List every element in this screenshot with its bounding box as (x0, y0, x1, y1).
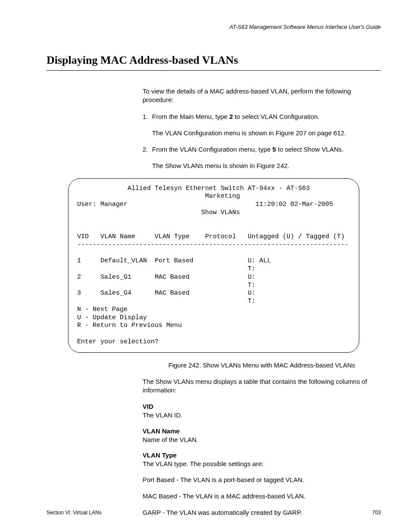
terminal-row: 2 Sales_G1 MAC Based U: (77, 274, 350, 282)
definition-desc: Name of the VLAN. (143, 436, 379, 444)
step-body: From the Main Menu, type 2 to select VLA… (152, 112, 379, 121)
definition-vlan-name: VLAN Name Name of the VLAN. (143, 427, 379, 445)
step-body: From the VLAN Configuration menu, type 5… (152, 145, 379, 154)
terminal-divider: ----------------------------------------… (77, 241, 350, 249)
type-setting-port: Port Based - The VLAN is a port-based or… (143, 476, 379, 484)
terminal-subtitle: Marketing (77, 193, 350, 201)
step-number: 2. (143, 145, 152, 154)
step-text-pre: From the VLAN Configuration menu, type (152, 146, 272, 153)
terminal-nav: N - Next Page (77, 306, 350, 314)
header-guide-title: AT-S63 Management Software Menus Interfa… (47, 24, 381, 30)
footer-page-number: 703 (372, 510, 381, 516)
terminal-row: T: (77, 282, 350, 290)
step-key: 5 (272, 146, 276, 153)
terminal-row: 3 Sales_G4 MAC Based U: (77, 289, 350, 298)
terminal-menu-name: Show VLANs (77, 209, 350, 217)
terminal-device-line: Allied Telesyn Ethernet Switch AT-94xx -… (77, 185, 350, 193)
definition-vid: VID The VLAN ID. (143, 402, 379, 420)
procedure-step-2: 2. From the VLAN Configuration menu, typ… (143, 145, 379, 154)
footer-section: Section VI: Virtual LANs (47, 510, 102, 516)
step-text-post: to select Show VLANs. (276, 146, 344, 153)
terminal-row: T: (77, 265, 350, 274)
terminal-timestamp: 11:20:02 02-Mar-2005 (255, 201, 333, 208)
terminal-nav: U - Update Display (77, 314, 350, 322)
step-text-post: to select VLAN Configuration. (233, 113, 320, 120)
explain-paragraph: The Show VLANs menu displays a table tha… (143, 377, 379, 395)
type-setting-mac: MAC Based - The VLAN is a MAC address-ba… (143, 492, 379, 501)
step-follow-1: The VLAN Configuration menu is shown in … (152, 129, 379, 137)
terminal-prompt: Enter your selection? (77, 338, 350, 346)
intro-paragraph: To view the details of a MAC address-bas… (143, 87, 379, 105)
definition-term: VLAN Name (143, 427, 379, 436)
page-footer: Section VI: Virtual LANs 703 (47, 510, 381, 516)
procedure-step-1: 1. From the Main Menu, type 2 to select … (143, 112, 379, 121)
terminal-row: 1 Default_VLAN Port Based U: ALL (77, 257, 350, 265)
step-number: 1. (143, 112, 152, 121)
step-text-pre: From the Main Menu, type (152, 113, 229, 120)
definition-desc: The VLAN type. The possible settings are… (143, 460, 379, 468)
page-title: Displaying MAC Address-based VLANs (47, 54, 381, 71)
terminal-nav: R - Return to Previous Menu (77, 322, 350, 330)
definition-vlan-type: VLAN Type The VLAN type. The possible se… (143, 451, 379, 469)
terminal-user-line: User: Manager 11:20:02 02-Mar-2005 (77, 201, 350, 209)
step-key: 2 (229, 113, 233, 120)
definition-desc: The VLAN ID. (143, 411, 379, 420)
figure-caption: Figure 242. Show VLANs Menu with MAC Add… (143, 361, 381, 369)
terminal-header-row: VID VLAN Name VLAN Type Protocol Untagge… (77, 233, 350, 241)
terminal-user: User: Manager (77, 201, 128, 208)
terminal-screen: Allied Telesyn Ethernet Switch AT-94xx -… (68, 178, 359, 353)
definition-term: VLAN Type (143, 451, 379, 460)
step-follow-2: The Show VLANs menu is shown in Figure 2… (152, 162, 379, 170)
terminal-row: T: (77, 298, 350, 306)
definition-term: VID (143, 402, 379, 411)
